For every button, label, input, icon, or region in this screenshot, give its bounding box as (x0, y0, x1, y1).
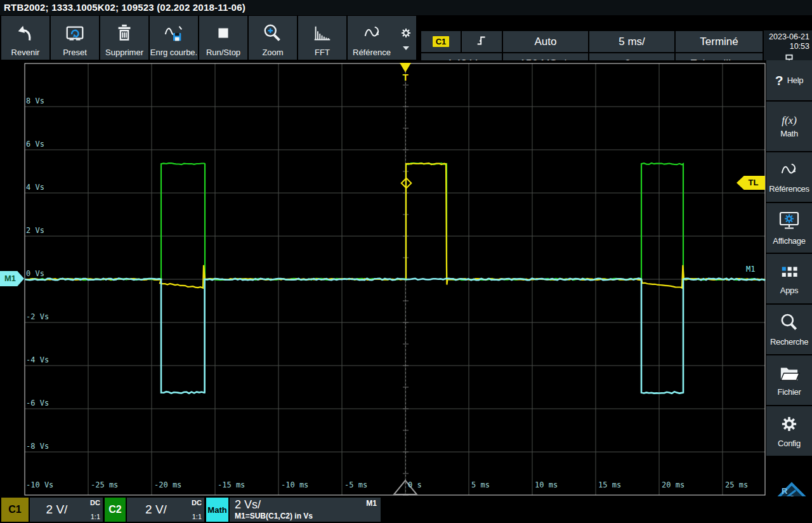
oscilloscope-screen: RTB2002; 1333.1005K02; 109523 (02.202 20… (0, 0, 812, 523)
reference-label: Référence (353, 48, 391, 60)
waveform-reference-icon (778, 161, 800, 182)
x-axis-label: 0 s (408, 480, 422, 489)
x-axis-label: 20 ms (662, 480, 684, 489)
x-axis-label: 15 ms (598, 480, 621, 489)
math-ref-label: M1 (366, 499, 377, 508)
sidebar-item-affichage[interactable]: Affichage (766, 203, 812, 253)
math-trace-marker-right: M1 (746, 265, 755, 274)
enrg-courbe-label: Enrg courbe. (150, 48, 197, 60)
trigger-source-badge: C1 (433, 36, 450, 47)
channel-bar: C1 2 V/ DC 1:1 C2 2 V/ DC 1:1 Math 2 Vs/… (0, 496, 812, 523)
y-axis-label: -10 Vs (26, 480, 53, 489)
config-gear-icon (779, 414, 799, 437)
graticule-canvas (0, 60, 766, 496)
x-axis-label: 5 ms (471, 480, 490, 489)
sidebar-item-config[interactable]: Config (766, 406, 812, 456)
revenir-button[interactable]: Revenir (1, 16, 49, 60)
rising-edge-icon (475, 34, 489, 50)
preset-label: Preset (63, 48, 87, 60)
preset-icon (64, 20, 86, 48)
c2-scale: 2 V/ (127, 498, 185, 522)
c1-scale: 2 V/ (30, 498, 84, 522)
fft-button[interactable]: FFT (298, 16, 346, 60)
x-axis-label: -15 ms (218, 480, 245, 489)
preset-button[interactable]: Preset (51, 16, 99, 60)
display-gear-icon (778, 210, 801, 234)
sidebar-item-recherche[interactable]: Recherche (766, 305, 812, 354)
c2-probe: 1:1 (192, 513, 202, 520)
fichier-search-label: Recherche (770, 337, 808, 347)
c1-channel-badge[interactable]: C1 (1, 498, 29, 522)
y-axis-label: 2 Vs (26, 226, 44, 235)
config-label: Config (778, 439, 801, 448)
gear-icon (399, 26, 413, 43)
x-axis-label: 25 ms (725, 480, 748, 489)
enrg-courbe-button[interactable]: Enrg courbe. (150, 16, 198, 60)
y-axis-label: 6 Vs (26, 140, 44, 149)
reference-button[interactable]: Référence (348, 16, 396, 60)
c1-settings-cell[interactable]: 2 V/ DC 1:1 (30, 498, 103, 522)
c2-coupling: DC (192, 499, 202, 506)
revenir-label: Revenir (11, 48, 40, 60)
math-settings-cell[interactable]: 2 Vs/ M1 M1=SUB(C1,C2) in Vs (230, 498, 381, 522)
time-text: 10:53 (764, 42, 809, 51)
timebase-cell[interactable]: 5 ms/ (589, 31, 674, 52)
reference-icon (361, 20, 383, 48)
run-stop-label: Run/Stop (206, 48, 240, 60)
fx-icon: f(x) (782, 114, 797, 127)
y-axis-label: -4 Vs (26, 355, 49, 364)
math-definition: M1=SUB(C1,C2) in Vs (235, 512, 313, 520)
sidebar-item-apps[interactable]: Apps (766, 254, 812, 303)
x-axis-label: -5 ms (344, 480, 367, 489)
references-label: Références (769, 184, 809, 194)
trace-m1 (25, 279, 765, 394)
trace-c1 (25, 163, 765, 288)
c2-channel-badge[interactable]: C2 (105, 498, 126, 522)
question-icon: ? (775, 73, 783, 88)
x-axis-label: -10 ms (281, 480, 308, 489)
trash-icon (114, 20, 135, 48)
y-axis-label: -2 Vs (26, 312, 49, 321)
math-badge[interactable]: Math (206, 498, 228, 522)
window-title: RTB2002; 1333.1005K02; 109523 (02.202 20… (0, 0, 812, 15)
sidebar-item-references[interactable]: Références (766, 152, 812, 202)
zoom-label: Zoom (262, 48, 283, 60)
fft-label: FFT (315, 48, 330, 60)
sidebar-item-fichier[interactable]: Fichier (766, 355, 812, 405)
fft-icon (311, 20, 333, 48)
undo-icon (15, 20, 36, 48)
affichage-label: Affichage (773, 236, 805, 246)
trace-c2 (25, 163, 765, 280)
y-axis-label: 8 Vs (26, 96, 44, 105)
trigger-mode-cell[interactable]: Auto (503, 31, 588, 52)
date-text: 2023-06-21 (764, 32, 809, 42)
trigger-source-button[interactable]: C1 (421, 31, 461, 52)
sidebar-item-help[interactable]: ? Help (766, 60, 812, 100)
trigger-slope-button[interactable] (462, 31, 502, 52)
y-axis-label: 4 Vs (26, 183, 44, 192)
folder-icon (778, 364, 800, 385)
zoom-button[interactable]: Zoom (249, 16, 297, 60)
c2-settings-cell[interactable]: 2 V/ DC 1:1 (127, 498, 204, 522)
supprimer-button[interactable]: Supprimer (100, 16, 148, 60)
run-stop-button[interactable]: Run/Stop (199, 16, 247, 60)
run-stop-icon (213, 20, 234, 48)
trigger-time-marker-icon[interactable] (400, 63, 411, 72)
x-axis-label: -20 ms (154, 480, 181, 489)
waveform-display[interactable]: 8 Vs6 Vs4 Vs2 Vs0 Vs-2 Vs-4 Vs-6 Vs-8 Vs… (0, 60, 766, 496)
trigger-time-marker-label: T (400, 72, 410, 83)
apps-grid-icon (778, 262, 800, 284)
math-scale: 2 Vs/ (235, 498, 261, 512)
math-label: Math (780, 129, 798, 138)
sidebar-item-math[interactable]: f(x) Math (766, 102, 812, 151)
supprimer-label: Supprimer (105, 48, 143, 60)
y-axis-label: -8 Vs (26, 442, 49, 451)
x-axis-label: -25 ms (91, 480, 118, 489)
acquisition-state-cell[interactable]: Terminé (676, 31, 763, 52)
x-axis-label: 10 ms (535, 480, 558, 489)
c1-coupling: DC (90, 499, 100, 506)
y-axis-label: -6 Vs (26, 399, 49, 407)
search-icon (779, 312, 799, 335)
settings-button[interactable] (396, 16, 416, 60)
sidebar-menu: ? Help f(x) Math Références Affichage Ap… (766, 60, 812, 523)
